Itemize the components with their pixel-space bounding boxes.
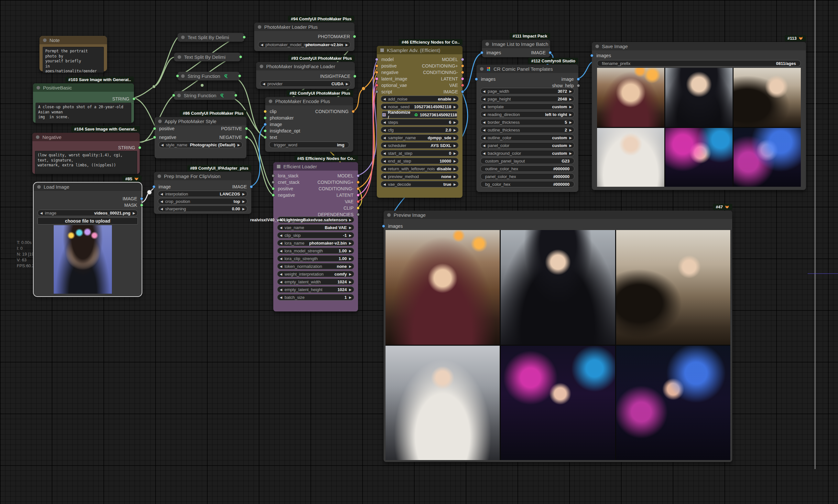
combo-right-arrow-icon[interactable]: ▶ (454, 144, 456, 147)
output-pin-image[interactable] (140, 197, 143, 200)
node-header[interactable]: CR Comic Panel Templates (476, 65, 578, 73)
output-pin-string[interactable] (132, 97, 136, 101)
output-pin-dependencies[interactable] (356, 213, 360, 216)
combo-right-arrow-icon[interactable]: ▶ (349, 234, 352, 237)
style-name-combo[interactable]: ◀style_namePhotographic (Default)▶ (158, 142, 243, 148)
choose-file-button[interactable]: choose file to upload (37, 217, 138, 224)
input-pin-script[interactable] (375, 90, 378, 93)
output-pin-clip[interactable] (356, 206, 360, 210)
collapse-dot-icon[interactable] (177, 55, 181, 59)
input-pin-images[interactable] (480, 51, 483, 54)
scheduler-combo[interactable]: ◀schedulerAYS SDXL▶ (381, 142, 459, 149)
node-header[interactable]: Preview Image (383, 211, 732, 219)
outline-thickness-stepper[interactable]: ◀outline_thickness2▶ (480, 127, 575, 133)
preview-method-combo[interactable]: ◀preview_methodnone▶ (381, 173, 459, 180)
collapse-dot-icon[interactable] (258, 25, 261, 29)
combo-right-arrow-icon[interactable]: ▶ (454, 97, 456, 101)
interpolation-combo[interactable]: ◀interpolationLANCZOS▶ (158, 191, 247, 197)
output-pin-image[interactable] (549, 51, 552, 54)
combo-left-arrow-icon[interactable]: ◀ (483, 90, 485, 93)
collapse-dot-icon[interactable] (157, 175, 161, 178)
collapse-square-icon[interactable] (380, 49, 384, 52)
collapse-dot-icon[interactable] (36, 136, 39, 139)
combo-left-arrow-icon[interactable]: ◀ (483, 97, 485, 101)
combo-left-arrow-icon[interactable]: ◀ (383, 182, 386, 186)
input-pin-clip[interactable] (263, 110, 267, 113)
output-pin-latent[interactable] (356, 194, 360, 197)
output-pin[interactable] (238, 74, 241, 77)
combo-right-arrow-icon[interactable]: ▶ (569, 151, 572, 155)
vae-name-combo[interactable]: ◀vae_nameBaked VAE▶ (277, 224, 354, 231)
combo-right-arrow-icon[interactable]: ▶ (569, 90, 572, 93)
start-at-step-stepper[interactable]: ◀start_at_step0▶ (381, 150, 459, 156)
combo-right-arrow-icon[interactable]: ▶ (349, 218, 352, 222)
combo-left-arrow-icon[interactable]: ◀ (280, 226, 283, 229)
output-pin-photomaker[interactable] (353, 35, 356, 38)
node-header[interactable]: Image List to Image Batch (482, 40, 550, 48)
collapse-dot-icon[interactable] (177, 94, 181, 97)
collapse-square-icon[interactable] (277, 165, 280, 168)
combo-right-arrow-icon[interactable]: ▶ (237, 143, 240, 147)
crop-position-combo[interactable]: ◀crop_positiontop▶ (158, 198, 247, 204)
combo-right-arrow-icon[interactable]: ▶ (349, 226, 352, 229)
collapse-dot-icon[interactable] (260, 65, 263, 68)
input-pin-positive[interactable] (272, 187, 275, 190)
output-pin-model[interactable] (461, 58, 464, 61)
lora-model-strength-stepper[interactable]: ◀lora_model_strength1.00▶ (277, 248, 354, 254)
trigger-word-field[interactable]: trigger_wordimg (269, 142, 349, 148)
combo-right-arrow-icon[interactable]: ▶ (133, 211, 135, 215)
node-header[interactable]: PositiveBasic (33, 83, 134, 92)
image-combo-widget[interactable]: ◀imagevideos_00021.png▶ (37, 210, 138, 216)
combo-right-arrow-icon[interactable]: ▶ (454, 167, 456, 170)
input-pin-image[interactable] (152, 185, 156, 188)
output-pin-show-help[interactable] (577, 84, 580, 87)
node-note-header[interactable]: Note (39, 36, 107, 44)
combo-right-arrow-icon[interactable]: ▶ (349, 257, 352, 260)
input-pin-negative[interactable] (375, 71, 378, 74)
combo-left-arrow-icon[interactable]: ◀ (483, 144, 485, 147)
node-header[interactable]: Prep Image For ClipVision (154, 172, 251, 180)
collapse-dot-icon[interactable] (595, 44, 599, 48)
collapse-dot-icon[interactable] (181, 36, 185, 39)
combo-left-arrow-icon[interactable]: ◀ (383, 159, 386, 163)
input-pin-image[interactable] (263, 123, 267, 126)
output-pin-image[interactable] (250, 185, 253, 188)
combo-right-arrow-icon[interactable]: ▶ (454, 159, 456, 163)
combo-right-arrow-icon[interactable]: ▶ (349, 272, 352, 276)
page-height-stepper[interactable]: ◀page_height2048▶ (480, 96, 575, 102)
combo-right-arrow-icon[interactable]: ▶ (242, 207, 245, 211)
input-pin-images[interactable] (475, 77, 478, 81)
combo-left-arrow-icon[interactable]: ◀ (483, 113, 485, 116)
combo-right-arrow-icon[interactable]: ▶ (454, 136, 456, 140)
combo-right-arrow-icon[interactable]: ▶ (242, 200, 245, 203)
combo-right-arrow-icon[interactable]: ▶ (569, 97, 572, 101)
node-header[interactable]: Load Image (34, 182, 142, 191)
output-pin-positive[interactable] (245, 127, 248, 130)
combo-left-arrow-icon[interactable]: ◀ (483, 128, 485, 132)
filename-prefix-field[interactable]: filename_prefix0811/ages (597, 60, 801, 67)
combo-right-arrow-icon[interactable]: ▶ (349, 241, 352, 245)
input-pin-negative[interactable] (153, 136, 156, 139)
combo-left-arrow-icon[interactable]: ◀ (280, 241, 283, 245)
node-header[interactable]: Negative (32, 133, 140, 141)
combo-left-arrow-icon[interactable]: ◀ (261, 43, 263, 47)
combo-left-arrow-icon[interactable]: ◀ (280, 288, 283, 291)
input-pin-images[interactable] (590, 54, 594, 57)
combo-right-arrow-icon[interactable]: ▶ (345, 43, 348, 47)
input-pin-text[interactable] (263, 136, 267, 139)
combo-left-arrow-icon[interactable]: ◀ (160, 192, 163, 196)
output-pin[interactable] (234, 94, 237, 97)
output-pin-latent[interactable] (461, 77, 464, 80)
end-at-step-stepper[interactable]: ◀end_at_step10000▶ (381, 158, 459, 164)
node-text-split-1[interactable]: Text Split By Delimi (177, 33, 244, 42)
combo-left-arrow-icon[interactable]: ◀ (280, 295, 283, 299)
link-endpoint-dot-white[interactable] (147, 190, 152, 195)
combo-left-arrow-icon[interactable]: ◀ (383, 175, 386, 178)
collapse-dot-icon[interactable] (480, 67, 483, 71)
combo-left-arrow-icon[interactable]: ◀ (280, 272, 283, 276)
combo-left-arrow-icon[interactable]: ◀ (383, 128, 386, 132)
combo-right-arrow-icon[interactable]: ▶ (454, 128, 456, 132)
collapse-dot-icon[interactable] (158, 120, 162, 123)
token-normalization-combo[interactable]: ◀token_normalizationnone▶ (277, 263, 354, 269)
node-text-split-2[interactable]: Text Split By Delimi (174, 53, 241, 61)
